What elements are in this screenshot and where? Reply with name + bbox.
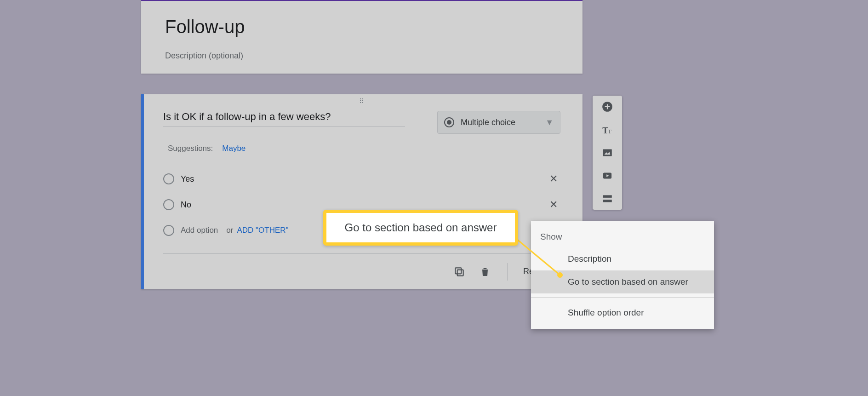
svg-text:T: T	[608, 128, 611, 135]
menu-item-goto-section[interactable]: Go to section based on answer	[531, 270, 714, 293]
add-section-button[interactable]	[601, 192, 614, 205]
section-description-input[interactable]: Description (optional)	[165, 51, 559, 61]
section-header-card: Follow-up Description (optional)	[141, 0, 582, 74]
menu-item-shuffle[interactable]: Shuffle option order	[531, 301, 714, 324]
section-icon	[601, 193, 613, 205]
question-type-label: Multiple choice	[461, 118, 515, 127]
remove-option-button[interactable]: ✕	[547, 170, 560, 188]
menu-item-description[interactable]: Description	[531, 247, 714, 270]
add-option-button[interactable]: Add option	[181, 226, 218, 235]
question-footer: Required	[163, 253, 560, 289]
delete-button[interactable]	[479, 265, 491, 278]
close-icon: ✕	[549, 199, 558, 210]
video-icon	[601, 171, 614, 181]
suggestion-chip[interactable]: Maybe	[222, 144, 246, 153]
chevron-down-icon: ▼	[545, 118, 554, 127]
radio-outline-icon	[163, 199, 174, 210]
svg-rect-1	[455, 268, 461, 274]
svg-rect-5	[603, 149, 612, 156]
floating-toolbar: TT	[593, 96, 622, 210]
copy-icon	[453, 266, 465, 278]
question-more-menu: Show Description Go to section based on …	[531, 221, 714, 329]
option-label-input[interactable]: Yes	[181, 174, 194, 184]
add-image-button[interactable]	[601, 146, 614, 159]
close-icon: ✕	[549, 173, 558, 184]
drag-handle-icon[interactable]: ⠿	[163, 94, 560, 106]
or-label: or	[226, 226, 233, 235]
duplicate-button[interactable]	[453, 265, 466, 278]
add-video-button[interactable]	[601, 169, 614, 182]
trash-icon	[480, 266, 491, 278]
question-card: ⠿ Is it OK if a follow-up in a few weeks…	[141, 94, 582, 289]
svg-rect-0	[457, 270, 463, 275]
annotation-callout: Go to section based on answer	[323, 210, 518, 246]
suggestions-label: Suggestions:	[168, 144, 213, 153]
svg-rect-10	[603, 200, 612, 202]
add-question-button[interactable]	[601, 100, 614, 113]
question-text-input[interactable]: Is it OK if a follow-up in a few weeks?	[163, 111, 405, 127]
section-title-input[interactable]: Follow-up	[165, 17, 559, 37]
add-other-button[interactable]: ADD "OTHER"	[237, 226, 288, 235]
title-icon: TT	[601, 124, 613, 136]
callout-text: Go to section based on answer	[345, 221, 497, 234]
svg-rect-9	[603, 195, 612, 197]
radio-icon	[444, 117, 454, 127]
option-label-input[interactable]: No	[181, 200, 191, 210]
menu-divider	[531, 297, 714, 298]
radio-outline-icon	[163, 173, 174, 184]
remove-option-button[interactable]: ✕	[547, 196, 560, 213]
option-row: Yes ✕	[163, 166, 560, 192]
add-title-button[interactable]: TT	[601, 123, 614, 136]
image-icon	[601, 147, 613, 159]
add-circle-icon	[601, 101, 613, 113]
divider	[507, 263, 508, 281]
radio-outline-icon	[163, 225, 174, 236]
question-type-dropdown[interactable]: Multiple choice ▼	[437, 111, 560, 134]
menu-heading: Show	[531, 229, 714, 247]
